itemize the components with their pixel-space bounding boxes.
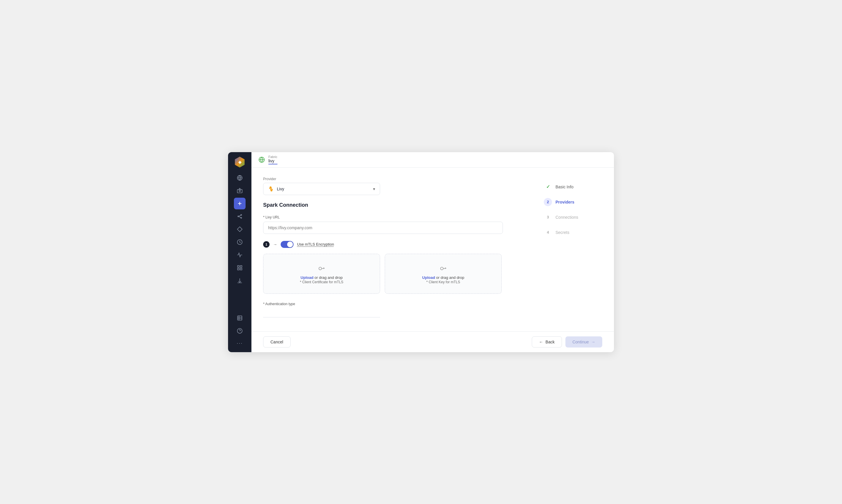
upload-key-icon-2 [439, 264, 447, 272]
provider-selected-name: Livy [277, 186, 370, 191]
upload-text-certificate: Upload or drag and drop * Client Certifi… [300, 275, 344, 284]
mtls-toggle-label: Use mTLS Encryption [297, 242, 334, 247]
sidebar-icon-clock[interactable] [234, 236, 245, 248]
svg-point-5 [239, 190, 241, 192]
sidebar: ◈ [228, 152, 252, 352]
topbar: Fabric livy [252, 152, 614, 168]
step-item-3: 3 Connections [544, 210, 602, 225]
svg-point-7 [241, 214, 241, 215]
check-icon-1: ✓ [546, 184, 550, 190]
step-num-1: ✓ [544, 183, 552, 191]
sidebar-icon-download[interactable] [234, 275, 245, 286]
sidebar-more[interactable]: ··· [234, 338, 245, 349]
upload-cards: Upload or drag and drop * Client Certifi… [263, 254, 532, 294]
step-num-4: 4 [544, 228, 552, 236]
auth-type-label: * Authentication type [263, 302, 532, 306]
sidebar-icon-grid[interactable] [234, 262, 245, 274]
footer-right: ← Back Continue → [532, 336, 602, 347]
svg-point-17 [319, 267, 322, 270]
arrow-indicator: → [273, 242, 277, 247]
upload-card-certificate[interactable]: Upload or drag and drop * Client Certifi… [263, 254, 380, 294]
sidebar-icon-help[interactable] [234, 325, 245, 337]
livy-url-input[interactable] [263, 222, 503, 234]
continue-button[interactable]: Continue → [565, 336, 602, 347]
sidebar-icon-globe[interactable] [234, 172, 245, 184]
step-item-1: ✓ Basic Info [544, 179, 602, 195]
provider-field-group: Provider Livy ▾ [263, 177, 532, 195]
main-content: Fabric livy Provider [252, 152, 614, 352]
upload-sublabel-key: * Client Key for mTLS [426, 280, 460, 284]
svg-rect-14 [238, 316, 242, 320]
provider-select-wrapper: Livy ▾ [263, 183, 380, 195]
svg-text:◈: ◈ [238, 160, 242, 164]
footer: Cancel ← Back Continue → [252, 331, 614, 352]
sidebar-icon-nodes[interactable] [234, 211, 245, 222]
back-arrow-icon: ← [539, 340, 543, 344]
svg-rect-11 [240, 266, 242, 267]
continue-button-label: Continue [572, 340, 589, 344]
sidebar-icon-table[interactable] [234, 312, 245, 324]
upload-drag-text-key: or drag and drop [436, 275, 464, 280]
sidebar-icon-plus[interactable] [234, 198, 245, 209]
provider-livy-icon [268, 186, 274, 192]
spark-connection-title: Spark Connection [263, 202, 532, 208]
step-label-1: Basic Info [555, 184, 573, 189]
mtls-toggle-row: 1 → Use mTLS Encryption [263, 241, 532, 248]
auth-type-field-group: * Authentication type [263, 302, 532, 318]
svg-point-8 [241, 217, 241, 218]
livy-url-field-group: * Livy URL [263, 215, 532, 234]
steps-sidebar: ✓ Basic Info 2 Providers 3 Connections 4… [544, 177, 602, 324]
back-button[interactable]: ← Back [532, 336, 562, 347]
step-badge: 1 [263, 241, 270, 248]
upload-sublabel-certificate: * Client Certificate for mTLS [300, 280, 344, 284]
app-logo[interactable]: ◈ [233, 156, 246, 168]
upload-drag-text-certificate: or drag and drop [314, 275, 343, 280]
svg-rect-10 [238, 266, 239, 267]
step-num-2: 2 [544, 198, 552, 206]
livy-url-label: * Livy URL [263, 215, 532, 219]
sidebar-icon-camera[interactable] [234, 185, 245, 197]
auth-type-input[interactable] [263, 308, 380, 318]
step-item-2: 2 Providers [544, 195, 602, 210]
step-label-4: Secrets [555, 230, 569, 235]
step-label-3: Connections [555, 215, 578, 220]
topbar-fabric-label: Fabric [269, 155, 277, 159]
svg-rect-12 [238, 268, 239, 270]
upload-text-key: Upload or drag and drop * Client Key for… [422, 275, 464, 284]
form-area: Provider Livy ▾ [263, 177, 532, 324]
cancel-button[interactable]: Cancel [263, 336, 291, 347]
svg-point-18 [441, 267, 443, 270]
svg-rect-13 [240, 268, 242, 270]
continue-arrow-icon: → [591, 340, 595, 344]
sidebar-icon-pulse[interactable] [234, 249, 245, 261]
upload-card-key[interactable]: Upload or drag and drop * Client Key for… [385, 254, 502, 294]
topbar-info: Fabric livy [269, 155, 277, 164]
step-num-3: 3 [544, 213, 552, 221]
mtls-toggle[interactable] [281, 241, 294, 248]
step-item-4: 4 Secrets [544, 225, 602, 240]
topbar-connection-name: livy [269, 159, 277, 164]
upload-link-key[interactable]: Upload [422, 275, 435, 280]
back-button-label: Back [546, 340, 555, 344]
sidebar-icon-diamond[interactable] [234, 223, 245, 235]
content-area: Provider Livy ▾ [252, 168, 614, 331]
step-label-2: Providers [555, 200, 574, 204]
provider-label: Provider [263, 177, 532, 181]
svg-point-6 [238, 216, 239, 217]
upload-link-certificate[interactable]: Upload [300, 275, 313, 280]
upload-key-icon-1 [317, 264, 326, 272]
provider-select[interactable]: Livy ▾ [263, 183, 380, 195]
provider-chevron-icon: ▾ [373, 186, 375, 191]
topbar-globe-icon [258, 157, 265, 163]
